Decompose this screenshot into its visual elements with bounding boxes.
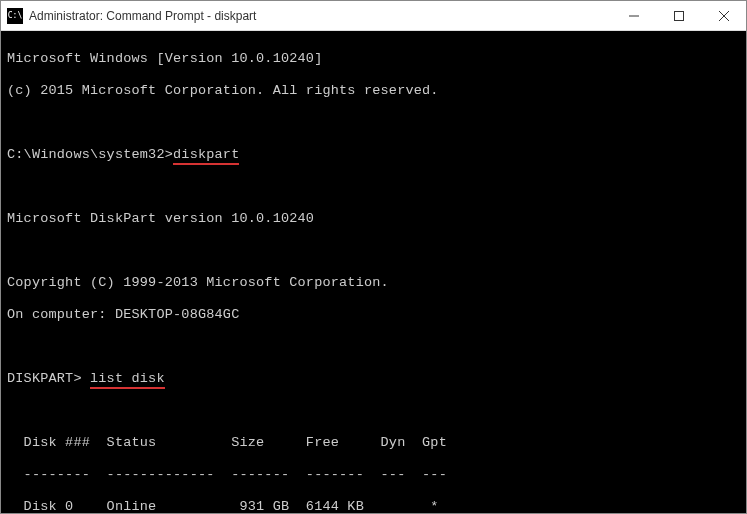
maximize-icon bbox=[674, 11, 684, 21]
diskpart-copyright: Copyright (C) 1999-2013 Microsoft Corpor… bbox=[7, 275, 740, 291]
maximize-button[interactable] bbox=[656, 1, 701, 30]
disk-table-divider: -------- ------------- ------- ------- -… bbox=[7, 467, 740, 483]
diskpart-version: Microsoft DiskPart version 10.0.10240 bbox=[7, 211, 740, 227]
version-line: Microsoft Windows [Version 10.0.10240] bbox=[7, 51, 740, 67]
disk-table-header: Disk ### Status Size Free Dyn Gpt bbox=[7, 435, 740, 451]
window-title: Administrator: Command Prompt - diskpart bbox=[29, 9, 611, 23]
close-button[interactable] bbox=[701, 1, 746, 30]
minimize-button[interactable] bbox=[611, 1, 656, 30]
prompt-line-2: DISKPART> list disk bbox=[7, 371, 740, 387]
cmd-diskpart: diskpart bbox=[173, 147, 239, 165]
disk-row: Disk 0 Online 931 GB 6144 KB * bbox=[7, 499, 740, 513]
svg-rect-1 bbox=[674, 11, 683, 20]
console-output[interactable]: Microsoft Windows [Version 10.0.10240] (… bbox=[1, 31, 746, 513]
prompt-path: C:\Windows\system32> bbox=[7, 147, 173, 162]
copyright-line: (c) 2015 Microsoft Corporation. All righ… bbox=[7, 83, 740, 99]
diskpart-computer: On computer: DESKTOP-08G84GC bbox=[7, 307, 740, 323]
window-controls bbox=[611, 1, 746, 30]
close-icon bbox=[719, 11, 729, 21]
cmd-list-disk: list disk bbox=[90, 371, 165, 389]
titlebar[interactable]: C:\ Administrator: Command Prompt - disk… bbox=[1, 1, 746, 31]
cmd-icon: C:\ bbox=[7, 8, 23, 24]
diskpart-prompt: DISKPART> bbox=[7, 371, 90, 386]
command-prompt-window: C:\ Administrator: Command Prompt - disk… bbox=[0, 0, 747, 514]
minimize-icon bbox=[629, 11, 639, 21]
prompt-line-1: C:\Windows\system32>diskpart bbox=[7, 147, 740, 163]
